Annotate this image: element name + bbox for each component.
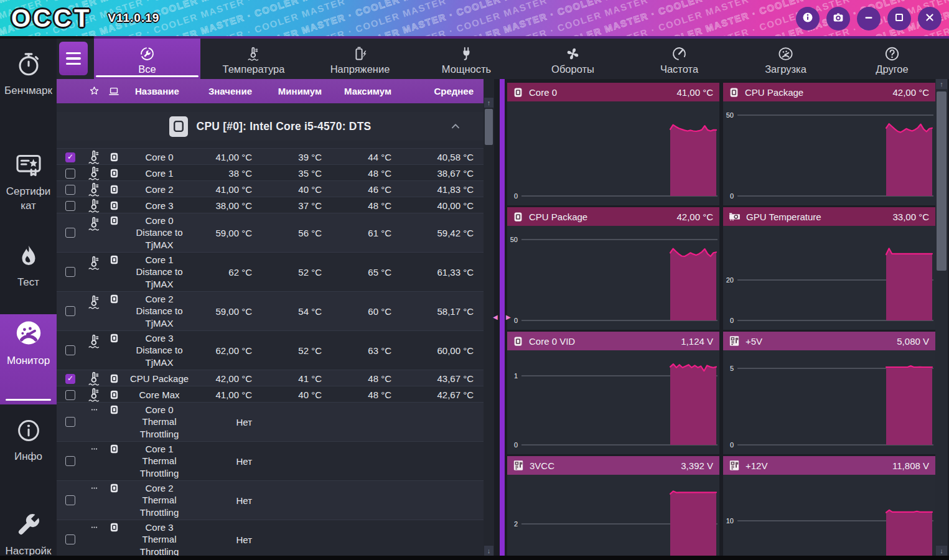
chart-label: +12V <box>746 460 767 471</box>
column-name[interactable]: Название <box>124 86 195 96</box>
row-checkbox[interactable]: ✓ <box>65 152 75 162</box>
svg-text:2: 2 <box>514 520 518 528</box>
devices-icon[interactable] <box>108 85 120 98</box>
tab-voltage[interactable]: Напряжение <box>307 39 413 79</box>
svg-text:50: 50 <box>510 236 518 243</box>
scrollbar-thumb[interactable] <box>937 91 947 271</box>
row-checkbox[interactable] <box>65 185 75 195</box>
chart-header[interactable]: CPU Package 42,00 °C <box>507 207 719 226</box>
table-row[interactable]: Core 3ThermalThrottling Нет <box>57 520 484 556</box>
table-row[interactable]: Core 3 38,00 °C 37 °C 48 °C 40,00 °C <box>57 197 484 213</box>
sidebar-item-benchmark[interactable]: Бенчмарк <box>0 47 57 100</box>
plug-icon <box>458 44 475 63</box>
cpu-icon <box>109 390 119 400</box>
occt-window: COOLER MASTER · COOLER MASTER · COOLER M… <box>0 0 949 560</box>
tab-load[interactable]: Загрузка <box>732 39 839 79</box>
panel-splitter[interactable] <box>500 79 505 556</box>
screenshot-button[interactable] <box>826 7 850 30</box>
tab-temperature[interactable]: Температура <box>200 39 307 79</box>
thermometer-icon <box>86 165 103 182</box>
sidebar-item-settings[interactable]: Настройк <box>0 507 57 556</box>
section-title: CPU [#0]: Intel Core i5-4570: DTS <box>197 120 372 133</box>
column-max[interactable]: Максимум <box>327 86 396 96</box>
table-row[interactable]: ✓ CPU Package 42,00 °C 41 °C 48 °C 43,67… <box>57 370 484 386</box>
row-checkbox[interactable] <box>65 169 75 179</box>
chart-header[interactable]: +5V 5,080 V <box>723 332 935 350</box>
table-section-header[interactable]: CPU [#0]: Intel Core i5-4570: DTS <box>57 112 484 141</box>
sensor-min: 40 °C <box>257 390 327 400</box>
table-row[interactable]: Core Max 41,00 °C 40 °C 48 °C 42,67 °C <box>57 386 484 402</box>
table-row[interactable]: Core 2ThermalThrottling Нет <box>57 480 484 520</box>
table-row[interactable]: Core 1Distance toTjMAX 62 °C 52 °C 65 °C… <box>57 252 484 291</box>
tab-frequency[interactable]: Частота <box>626 39 732 79</box>
chart-header[interactable]: Core 0 VID 1,124 V <box>507 332 719 350</box>
tab-power[interactable]: Мощность <box>413 39 520 79</box>
row-checkbox[interactable] <box>65 345 75 355</box>
scroll-down-button[interactable]: ↓ <box>484 546 493 556</box>
row-checkbox[interactable] <box>65 456 75 466</box>
row-checkbox[interactable] <box>65 306 75 316</box>
table-row[interactable]: Core 0Distance toTjMAX 59,00 °C 56 °C 61… <box>57 213 484 252</box>
column-value[interactable]: Значение <box>195 86 257 96</box>
scroll-up-button[interactable]: ↑ <box>484 98 493 108</box>
close-button[interactable] <box>918 7 942 30</box>
row-checkbox[interactable]: ✓ <box>65 374 75 384</box>
about-button[interactable] <box>796 7 820 30</box>
sensor-avg: 61,33 °C <box>396 267 479 278</box>
scrollbar-thumb[interactable] <box>485 109 493 145</box>
star-icon[interactable] <box>88 85 100 97</box>
scroll-up-button[interactable]: ↑ <box>936 79 947 89</box>
sidebar-item-monitor[interactable]: Монитор <box>0 314 57 404</box>
sensor-min: 37 °C <box>257 200 327 211</box>
table-row[interactable]: ✓ Core 0 41,00 °C 39 °C 44 °C 40,58 °C <box>57 148 484 164</box>
collapse-left-icon[interactable]: ◀ <box>493 314 498 320</box>
table-row[interactable]: Core 2 41,00 °C 40 °C 46 °C 41,83 °C <box>57 180 484 197</box>
column-avg[interactable]: Среднее <box>396 86 479 96</box>
column-min[interactable]: Минимум <box>257 86 327 96</box>
cpu-icon <box>512 335 524 347</box>
row-checkbox[interactable] <box>65 417 75 427</box>
chart-header[interactable]: 3VCC 3,392 V <box>507 456 719 475</box>
sparkline-chart: 500 <box>507 226 719 330</box>
dots-icon <box>89 483 100 493</box>
charts-scrollbar[interactable]: ↑ ↓ <box>935 79 948 556</box>
row-checkbox[interactable] <box>65 534 75 544</box>
sensor-name: Core 2ThermalThrottling <box>124 482 195 518</box>
table-row[interactable]: Core 1 38 °C 35 °C 48 °C 38,67 °C <box>57 164 484 180</box>
row-checkbox[interactable] <box>65 390 75 400</box>
row-checkbox[interactable] <box>65 201 75 211</box>
tab-all[interactable]: Все <box>94 39 200 79</box>
chevron-up-icon[interactable] <box>449 119 462 133</box>
sidebar-item-info[interactable]: Инфо <box>0 414 57 464</box>
chart-header[interactable]: Core 0 41,00 °C <box>507 83 719 101</box>
sensor-name: Core 0ThermalThrottling <box>124 404 195 440</box>
sensor-name: Core 2 <box>124 184 195 195</box>
row-checkbox[interactable] <box>65 228 75 238</box>
sidebar-item-test[interactable]: Тест <box>0 240 57 292</box>
collapse-right-icon[interactable]: ▶ <box>506 314 511 320</box>
row-checkbox[interactable] <box>65 495 75 505</box>
table-row[interactable]: Core 2Distance toTjMAX 59,00 °C 54 °C 60… <box>57 291 484 330</box>
table-row[interactable]: Core 3Distance toTjMAX 62,00 °C 52 °C 63… <box>57 330 484 370</box>
tab-other[interactable]: Другое <box>839 39 945 79</box>
cpu-icon <box>109 522 119 533</box>
chart-header[interactable]: CPU Package 42,00 °C <box>723 83 935 101</box>
stopwatch-icon <box>15 50 42 80</box>
sidebar-item-certificate[interactable]: Сертификат <box>0 146 57 205</box>
sensor-min: 54 °C <box>257 306 327 317</box>
camera-icon <box>831 11 845 27</box>
maximize-button[interactable] <box>887 7 911 30</box>
row-checkbox[interactable] <box>65 267 75 277</box>
chart-value: 1,124 V <box>681 336 713 347</box>
table-row[interactable]: Core 0ThermalThrottling Нет <box>57 402 484 441</box>
titlebar[interactable]: COOLER MASTER · COOLER MASTER · COOLER M… <box>0 0 949 39</box>
tab-fans[interactable]: Обороты <box>520 39 626 79</box>
chart-header[interactable]: +12V 11,808 V <box>723 456 935 475</box>
table-row[interactable]: Core 1ThermalThrottling Нет <box>57 441 484 480</box>
hamburger-menu-button[interactable] <box>59 42 88 75</box>
chart-header[interactable]: GPU Temperature 33,00 °C <box>723 207 935 226</box>
scroll-down-button[interactable]: ↓ <box>936 546 947 556</box>
minimize-button[interactable] <box>857 7 881 30</box>
gpu-icon <box>728 210 741 223</box>
sensor-value: 41,00 °C <box>195 184 257 195</box>
